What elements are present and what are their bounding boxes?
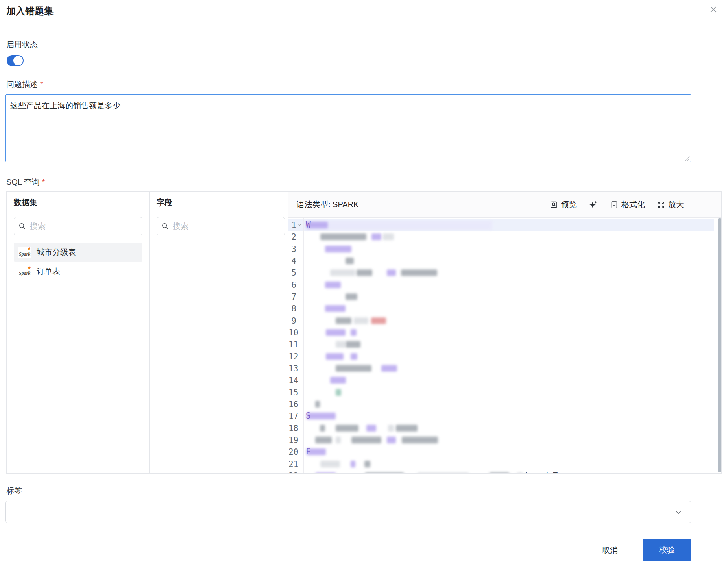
cancel-button[interactable]: 取消 (593, 540, 627, 560)
dataset-list: ★Spark城市分级表★Spark订单表 (14, 243, 142, 281)
dataset-item[interactable]: ★Spark城市分级表 (14, 243, 142, 262)
ai-assist-button[interactable] (589, 200, 598, 209)
line-number: 6 (288, 279, 303, 291)
blurred-code-token (325, 305, 346, 312)
blurred-code-token (346, 258, 354, 264)
line-number: 12 (288, 351, 303, 363)
line-number: 18 (288, 422, 303, 434)
dataset-panel: 数据集 ★Spark城市分级表★Spark订单表 (7, 192, 150, 473)
blurred-code-token (346, 293, 357, 300)
blurred-code-token (336, 365, 371, 372)
line-number: 7 (288, 291, 303, 303)
line-number: 22 (288, 470, 303, 473)
line-number: 20 (288, 446, 303, 458)
blurred-code-token (326, 329, 346, 336)
line-number: 21 (288, 458, 303, 470)
fold-chevron-icon[interactable] (297, 222, 302, 227)
line-number: 2 (288, 231, 303, 243)
blurred-code-token (364, 461, 370, 467)
dataset-item-label: 城市分级表 (37, 247, 76, 258)
dataset-panel-title: 数据集 (14, 197, 37, 208)
expand-icon (657, 200, 665, 209)
blurred-code-token (418, 472, 469, 473)
chevron-down-icon (674, 508, 682, 516)
required-asterisk: * (42, 178, 45, 186)
header-divider (0, 24, 728, 24)
page-title: 加入错题集 (6, 5, 54, 17)
blurred-code-token (315, 401, 320, 408)
blurred-code-token (320, 461, 340, 467)
blurred-code-token (330, 269, 355, 276)
blurred-code-token (336, 389, 341, 396)
blurred-code-token (401, 269, 437, 276)
question-desc-textarea[interactable]: 这些产品在上海的销售额是多少 (5, 94, 691, 162)
question-desc-label: 问题描述* (6, 79, 43, 90)
expand-button[interactable]: 放大 (657, 199, 684, 210)
line-number: 17 (288, 410, 303, 422)
enable-toggle[interactable] (7, 55, 24, 66)
sparkle-icon (589, 200, 598, 209)
dataset-search-input[interactable] (14, 217, 142, 235)
textarea-resize-handle[interactable] (684, 155, 690, 161)
search-icon (161, 222, 169, 230)
blurred-code-token (307, 413, 336, 419)
dataset-item-label: 订单表 (37, 266, 60, 277)
close-button[interactable] (707, 3, 720, 17)
blurred-code-token (354, 317, 368, 324)
sql-keyword-fragment: F (306, 447, 311, 456)
fields-panel-title: 字段 (157, 197, 172, 208)
blurred-code-token (320, 233, 366, 240)
preview-icon (550, 200, 558, 209)
blurred-code-token (517, 472, 523, 473)
line-number: 19 (288, 434, 303, 446)
line-number: 10 (288, 327, 303, 339)
sql-keyword-fragment: S (306, 411, 311, 421)
blurred-code-token (346, 341, 360, 348)
blurred-code-token (316, 472, 336, 473)
format-icon (610, 200, 619, 209)
tags-label: 标签 (6, 485, 22, 496)
line-number: 15 (288, 387, 303, 398)
blurred-code-token (365, 472, 404, 473)
line-number-gutter: 12345678910111213141516171819202122 (288, 219, 303, 473)
blurred-code-token (320, 425, 325, 432)
blurred-code-token (371, 317, 386, 324)
syntax-type-label: 语法类型: SPARK (297, 199, 358, 210)
toggle-knob (13, 56, 23, 65)
blurred-code-token (387, 437, 396, 443)
sql-editor: 语法类型: SPARK 预览 (288, 192, 721, 473)
fields-search-input[interactable] (157, 217, 285, 235)
blurred-code-token (366, 425, 376, 432)
dataset-item[interactable]: ★Spark订单表 (14, 262, 142, 281)
line-number: 14 (288, 374, 303, 386)
line-number: 16 (288, 398, 303, 410)
line-number: 4 (288, 255, 303, 267)
blurred-code-token (325, 246, 351, 252)
sql-query-panel: 数据集 ★Spark城市分级表★Spark订单表 字段 (6, 191, 722, 474)
blurred-code-token (351, 437, 381, 443)
line-number: 9 (288, 315, 303, 327)
fields-panel: 字段 (150, 192, 288, 473)
blurred-code-token (325, 282, 341, 288)
blurred-code-token (336, 317, 351, 324)
editor-scrollbar[interactable] (718, 218, 721, 472)
line-number: 3 (288, 243, 303, 255)
search-icon (18, 222, 26, 230)
blurred-code-token (336, 437, 341, 443)
blurred-code-token (371, 233, 381, 240)
validate-button[interactable]: 校验 (643, 539, 691, 561)
line-number: 11 (288, 339, 303, 350)
blurred-code-token (315, 437, 332, 443)
tags-select[interactable] (5, 501, 691, 523)
preview-button[interactable]: 预览 (550, 199, 577, 210)
spark-logo-icon: ★Spark (18, 266, 31, 277)
line-number: 5 (288, 267, 303, 279)
add-to-error-set-modal: 加入错题集 启用状态 问题描述* 这些产品在上海的销售额是多少 SQL 查询* … (0, 0, 728, 567)
format-button[interactable]: 格式化 (610, 199, 645, 210)
gutter-divider (303, 218, 304, 473)
code-editor-area[interactable]: 12345678910111213141516171819202122 WSF中… (288, 218, 721, 473)
clipped-code-text: 中)、`产品ID` (523, 471, 570, 473)
blurred-code-token (336, 425, 358, 432)
close-icon (709, 5, 718, 14)
blurred-code-token (490, 472, 509, 473)
